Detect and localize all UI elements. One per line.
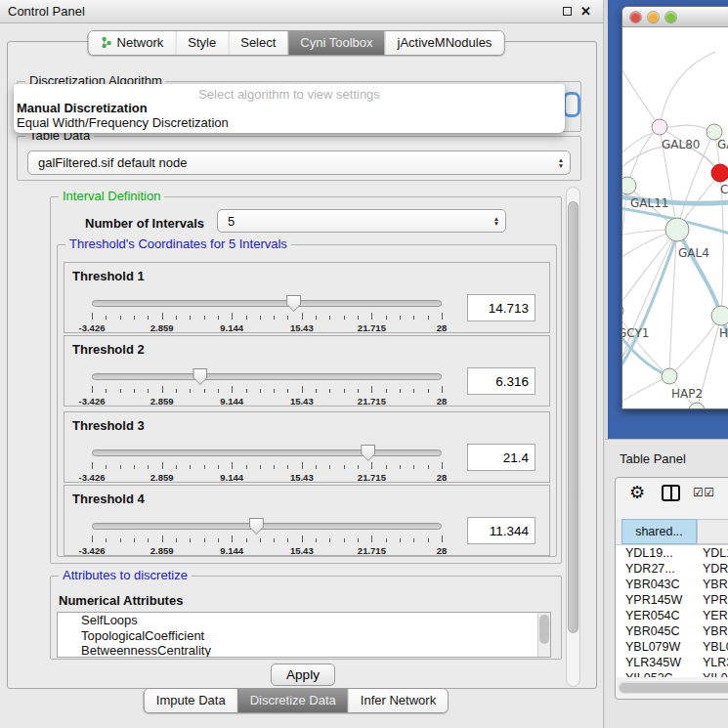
cell-shared-name[interactable]: YER054C — [625, 608, 680, 623]
threshold-slider[interactable]: -3.4262.8599.14415.4321.71528 — [92, 448, 442, 483]
threshold-value-field[interactable] — [467, 294, 535, 321]
cell-name[interactable]: YDR27... — [703, 561, 728, 577]
table-row[interactable]: YBL079WYBL079W — [616, 639, 728, 655]
slider-track[interactable] — [92, 373, 442, 380]
close-icon[interactable]: ✕ — [580, 5, 591, 18]
slider-track[interactable] — [92, 300, 442, 307]
tab-discretize-data[interactable]: Discretize Data — [237, 689, 348, 712]
network-window-titlebar[interactable] — [622, 7, 728, 27]
table-row[interactable]: YPR145WYPR145W — [616, 592, 728, 608]
float-window-icon[interactable] — [563, 7, 572, 16]
cell-name[interactable]: YBR043C — [703, 577, 728, 592]
list-scrollbar[interactable] — [537, 613, 550, 657]
table-row[interactable]: YBR045CYBR045C — [616, 623, 728, 639]
dropdown-item-equal-width-frequency[interactable]: Equal Width/Frequency Discretization — [17, 115, 229, 130]
network-edge[interactable] — [622, 376, 669, 407]
group-title: Attributes to discretize — [59, 568, 192, 582]
select-columns-icon[interactable]: ☑☑ — [693, 486, 715, 499]
numerical-attributes-list[interactable]: SelfLoopsTopologicalCoefficientBetweenne… — [57, 612, 551, 658]
table-data-combobox[interactable]: galFiltered.sif default node ▲▼ — [27, 150, 571, 175]
network-node-H[interactable] — [711, 306, 728, 325]
network-node-GAL11[interactable] — [622, 177, 636, 194]
threshold-slider[interactable]: -3.4262.8599.14415.4321.71528 — [92, 298, 442, 333]
network-graph[interactable]: GAL80GACGAL11GAL4GCY1HHAP2 — [622, 27, 728, 408]
slider-track[interactable] — [92, 523, 442, 530]
combobox-stepper-icon[interactable]: ▲▼ — [488, 216, 505, 227]
threshold-value-field[interactable] — [467, 517, 535, 544]
cell-name[interactable]: YIL052C — [703, 670, 728, 677]
tab-infer-network[interactable]: Infer Network — [348, 689, 448, 712]
algorithm-combobox-focus-ring[interactable] — [563, 92, 580, 117]
tab-select[interactable]: Select — [228, 31, 287, 55]
tab-cyni-toolbox[interactable]: Cyni Toolbox — [287, 31, 384, 55]
network-canvas[interactable]: GAL80GACGAL11GAL4GCY1HHAP2 — [622, 27, 728, 408]
slider-thumb[interactable] — [361, 445, 375, 461]
network-edge-highlighted[interactable] — [677, 230, 721, 316]
network-edge[interactable] — [627, 127, 660, 186]
table-row[interactable]: YDR27...YDR27... — [616, 561, 728, 577]
network-node-HAP2[interactable] — [662, 368, 677, 384]
dropdown-placeholder-item[interactable]: Select algorithm to view settings — [14, 87, 565, 102]
list-item[interactable]: SelfLoops — [58, 613, 550, 628]
cell-name[interactable]: YER054C — [703, 608, 728, 623]
apply-button[interactable]: Apply — [271, 664, 335, 686]
dropdown-item-manual-discretization[interactable]: Manual Discretization — [17, 101, 148, 115]
cell-shared-name[interactable]: YDL19... — [625, 545, 673, 561]
cell-name[interactable]: YPR145W — [703, 592, 728, 608]
tab-style[interactable]: Style — [175, 31, 228, 55]
scrollbar-thumb[interactable] — [539, 615, 549, 644]
combobox-stepper-icon[interactable]: ▲▼ — [552, 157, 570, 168]
cell-shared-name[interactable]: YIL052C — [625, 670, 673, 677]
network-view-window[interactable]: GAL80GACGAL11GAL4GCY1HHAP2 — [621, 6, 728, 409]
tab-impute-data[interactable]: Impute Data — [145, 689, 237, 712]
number-of-intervals-combobox[interactable]: 5 ▲▼ — [217, 209, 506, 233]
tab-jactivemnodules[interactable]: jActiveMNodules — [385, 31, 504, 55]
cell-shared-name[interactable]: YBR043C — [625, 577, 680, 592]
table-row[interactable]: YLR345WYLR345W — [616, 655, 728, 670]
cell-name[interactable]: YLR345W — [703, 655, 728, 670]
cell-name[interactable]: YBL079W — [703, 639, 728, 655]
gear-icon[interactable]: ⚙ — [629, 482, 645, 503]
split-view-icon[interactable] — [662, 485, 680, 501]
network-edge[interactable] — [622, 186, 627, 311]
network-edge[interactable] — [622, 230, 677, 311]
threshold-value-field[interactable] — [467, 367, 535, 395]
slider-track[interactable] — [92, 450, 442, 456]
network-node-GCY1[interactable] — [622, 303, 623, 319]
column-header-name[interactable]: name — [697, 519, 728, 544]
scrollbar-thumb[interactable] — [568, 201, 578, 633]
network-node-red-node[interactable] — [711, 164, 728, 182]
network-edge[interactable] — [622, 62, 660, 127]
cell-shared-name[interactable]: YBL079W — [625, 639, 680, 655]
slider-thumb[interactable] — [286, 295, 301, 312]
slider-thumb[interactable] — [249, 518, 264, 535]
list-item[interactable]: TopologicalCoefficient — [58, 628, 550, 644]
cell-shared-name[interactable]: YBR045C — [625, 623, 680, 639]
network-node-GAL80[interactable] — [652, 119, 667, 135]
threshold-slider[interactable]: -3.4262.8599.14415.4321.71528 — [92, 521, 442, 556]
cell-shared-name[interactable]: YLR345W — [625, 655, 681, 670]
table-row[interactable]: YER054CYER054C — [616, 608, 728, 623]
cell-name[interactable]: YBR045C — [703, 623, 728, 639]
table-row[interactable]: YIL052CYIL052C — [616, 670, 728, 677]
threshold-value-field[interactable] — [467, 444, 535, 471]
column-header-shared-name[interactable]: shared... — [621, 519, 697, 544]
scrollbar-thumb[interactable] — [620, 683, 728, 693]
list-item[interactable]: BetweennessCentrality — [58, 643, 550, 658]
panel-scrollbar[interactable] — [566, 187, 580, 687]
slider-thumb[interactable] — [193, 368, 207, 385]
network-edge[interactable] — [660, 52, 715, 127]
tab-network[interactable]: Network — [89, 31, 176, 55]
table-row[interactable]: YDL19...YDL19... — [616, 545, 728, 561]
maximize-traffic-light-icon[interactable] — [665, 12, 676, 22]
horizontal-scrollbar[interactable] — [618, 681, 728, 694]
threshold-slider[interactable]: -3.4262.8599.14415.4321.71528 — [92, 371, 442, 407]
table-rows[interactable]: YDL19...YDL19...YDR27...YDR27...YBR043CY… — [616, 544, 728, 677]
table-row[interactable]: YBR043CYBR043C — [616, 577, 728, 592]
minimize-traffic-light-icon[interactable] — [648, 12, 659, 22]
cell-shared-name[interactable]: YDR27... — [625, 561, 675, 577]
cell-name[interactable]: YDL19... — [703, 545, 728, 561]
cell-shared-name[interactable]: YPR145W — [625, 592, 682, 608]
close-traffic-light-icon[interactable] — [630, 12, 641, 22]
network-node-GAL4[interactable] — [665, 218, 689, 241]
